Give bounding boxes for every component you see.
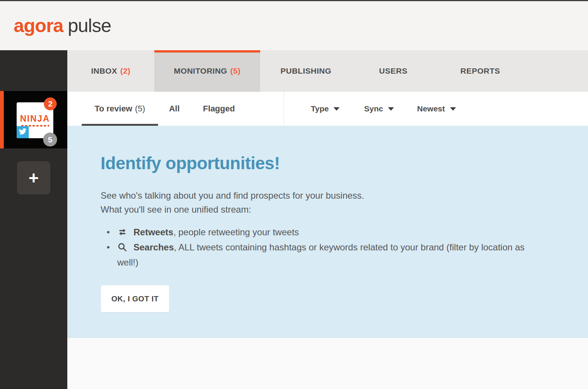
agorapulse-logo[interactable]: agora pulse bbox=[14, 1, 111, 50]
subtab-count: (5) bbox=[135, 104, 145, 114]
chevron-down-icon bbox=[388, 107, 394, 111]
tab-reports[interactable]: REPORTS bbox=[435, 50, 526, 92]
intro-line-1: See who's talking about you and find pro… bbox=[101, 188, 588, 202]
subtab-label: To review bbox=[95, 104, 132, 114]
inbox-count-badge: 2 bbox=[44, 97, 57, 110]
tab-monitoring[interactable]: MONITORING (5) bbox=[154, 50, 260, 92]
bullet-text: , people retweeting your tweets bbox=[173, 227, 299, 237]
filter-label: Type bbox=[311, 104, 329, 113]
intro-line-2: What you'll see in one unified stream: bbox=[101, 202, 588, 216]
onboarding-intro: See who's talking about you and find pro… bbox=[101, 188, 588, 216]
tab-label: PUBLISHING bbox=[281, 66, 332, 76]
chevron-down-icon bbox=[450, 107, 456, 111]
tab-label: REPORTS bbox=[460, 66, 500, 76]
subnav-divider bbox=[284, 92, 284, 126]
bullet-line: Retweets, people retweeting your tweets bbox=[117, 227, 299, 237]
tab-users[interactable]: USERS bbox=[352, 50, 435, 92]
tab-count: (2) bbox=[120, 66, 130, 76]
tab-inbox[interactable]: INBOX (2) bbox=[67, 50, 154, 92]
ok-got-it-button[interactable]: OK, I GOT IT bbox=[101, 285, 169, 312]
subtab-flagged[interactable]: Flagged bbox=[197, 92, 240, 126]
bullet-dot: • bbox=[107, 225, 110, 240]
subtab-all[interactable]: All bbox=[163, 92, 186, 126]
feature-list: • Retweets, people retweeting your tweet… bbox=[101, 225, 588, 270]
filter-type-dropdown[interactable]: Type bbox=[311, 92, 340, 126]
tab-publishing[interactable]: PUBLISHING bbox=[260, 50, 352, 92]
logo-agora-text: agora bbox=[14, 15, 63, 37]
twitter-network-badge bbox=[17, 126, 29, 138]
tab-label: USERS bbox=[379, 66, 408, 76]
tab-label: INBOX bbox=[91, 66, 117, 76]
tab-label: MONITORING bbox=[174, 66, 227, 76]
active-profile-row: NINJA 2 5 bbox=[0, 91, 67, 148]
active-profile-indicator bbox=[0, 91, 4, 148]
tab-count: (5) bbox=[230, 66, 240, 76]
subtab-to-review[interactable]: To review (5) bbox=[82, 92, 158, 126]
bullet-dot: • bbox=[107, 240, 110, 255]
monitoring-count-badge: 5 bbox=[43, 133, 57, 147]
filter-label: Newest bbox=[417, 104, 445, 113]
search-icon bbox=[117, 242, 127, 252]
subtab-label: All bbox=[169, 104, 180, 114]
filter-sync-dropdown[interactable]: Sync bbox=[364, 92, 394, 126]
profiles-sidebar: NINJA 2 5 + bbox=[0, 50, 67, 389]
plus-icon: + bbox=[29, 169, 39, 187]
monitoring-sub-nav: To review (5) All Flagged Type Sync Newe… bbox=[67, 92, 588, 126]
twitter-icon bbox=[19, 128, 26, 137]
bullet-text-wrap: well!) bbox=[117, 255, 588, 270]
filter-label: Sync bbox=[364, 104, 383, 113]
agorapulse-app: agora pulse NINJA 2 5 + INBOX (2) MON bbox=[0, 0, 588, 389]
list-item-retweets: • Retweets, people retweeting your tweet… bbox=[101, 225, 588, 240]
app-header: agora pulse bbox=[0, 1, 588, 50]
add-profile-button[interactable]: + bbox=[17, 161, 50, 194]
bullet-term: Searches bbox=[133, 242, 174, 252]
bullet-line: Searches, ALL tweets containing hashtags… bbox=[117, 242, 524, 252]
subtab-label: Flagged bbox=[203, 104, 235, 114]
list-item-searches: • Searches, ALL tweets containing hashta… bbox=[101, 240, 588, 270]
bullet-text: , ALL tweets containing hashtags or keyw… bbox=[174, 242, 525, 252]
onboarding-panel: Identify opportunities! See who's talkin… bbox=[67, 126, 588, 338]
filter-sort-dropdown[interactable]: Newest bbox=[417, 92, 456, 126]
bullet-term: Retweets bbox=[133, 227, 173, 237]
logo-pulse-text: pulse bbox=[68, 15, 111, 37]
avatar-name-text: NINJA bbox=[17, 114, 53, 124]
main-nav-tabs: INBOX (2) MONITORING (5) PUBLISHING USER… bbox=[67, 50, 588, 92]
retweet-icon bbox=[117, 227, 127, 237]
chevron-down-icon bbox=[334, 107, 340, 111]
onboarding-title: Identify opportunities! bbox=[101, 126, 588, 173]
